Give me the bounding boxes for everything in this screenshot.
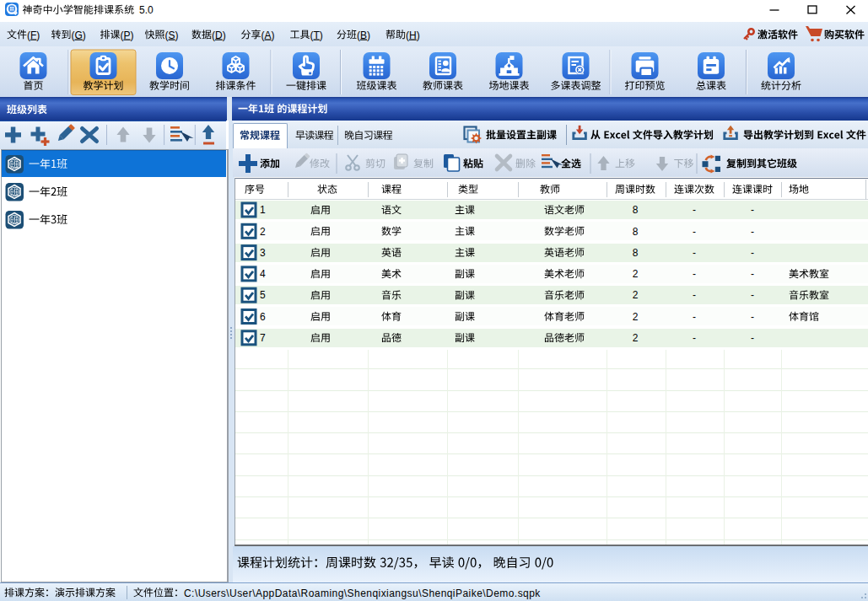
- svg-text:(D): (D): [212, 30, 226, 41]
- svg-text:-: -: [693, 247, 696, 259]
- svg-text:(B): (B): [357, 30, 370, 41]
- svg-text:-: -: [751, 204, 754, 216]
- svg-text:6: 6: [260, 311, 266, 323]
- svg-text:7: 7: [260, 332, 266, 344]
- svg-text:-: -: [751, 247, 754, 259]
- svg-text:(G): (G): [72, 30, 86, 41]
- svg-text:2: 2: [633, 289, 639, 301]
- svg-text:-: -: [693, 311, 696, 323]
- svg-text:(P): (P): [121, 30, 134, 41]
- svg-text:(A): (A): [261, 30, 275, 41]
- svg-text:2: 2: [633, 311, 639, 323]
- svg-text:-: -: [693, 289, 696, 301]
- svg-text:-: -: [751, 226, 754, 238]
- svg-text:(T): (T): [310, 30, 323, 41]
- svg-text:-: -: [751, 268, 754, 280]
- svg-text:2: 2: [633, 268, 639, 280]
- svg-text:(F): (F): [27, 30, 40, 41]
- svg-text:8: 8: [633, 204, 639, 216]
- svg-text:(S): (S): [165, 30, 179, 41]
- svg-text:3: 3: [260, 247, 266, 259]
- svg-text:-: -: [751, 289, 754, 301]
- svg-text:-: -: [693, 268, 696, 280]
- svg-text:8: 8: [633, 226, 639, 238]
- svg-text:5.0: 5.0: [139, 4, 154, 16]
- svg-text:2: 2: [260, 226, 266, 238]
- svg-text:C:\Users\User\AppData\Roaming\: C:\Users\User\AppData\Roaming\Shenqixian…: [184, 588, 541, 599]
- svg-text:4: 4: [260, 268, 266, 280]
- svg-text:1: 1: [260, 204, 266, 216]
- svg-text:5: 5: [260, 289, 266, 301]
- svg-text:-: -: [693, 204, 696, 216]
- svg-text:-: -: [751, 332, 754, 344]
- svg-text:-: -: [751, 311, 754, 323]
- svg-text:8: 8: [633, 247, 639, 259]
- svg-text:2: 2: [633, 332, 639, 344]
- svg-text:-: -: [693, 332, 696, 344]
- svg-text:(H): (H): [406, 30, 420, 41]
- svg-text:-: -: [693, 226, 696, 238]
